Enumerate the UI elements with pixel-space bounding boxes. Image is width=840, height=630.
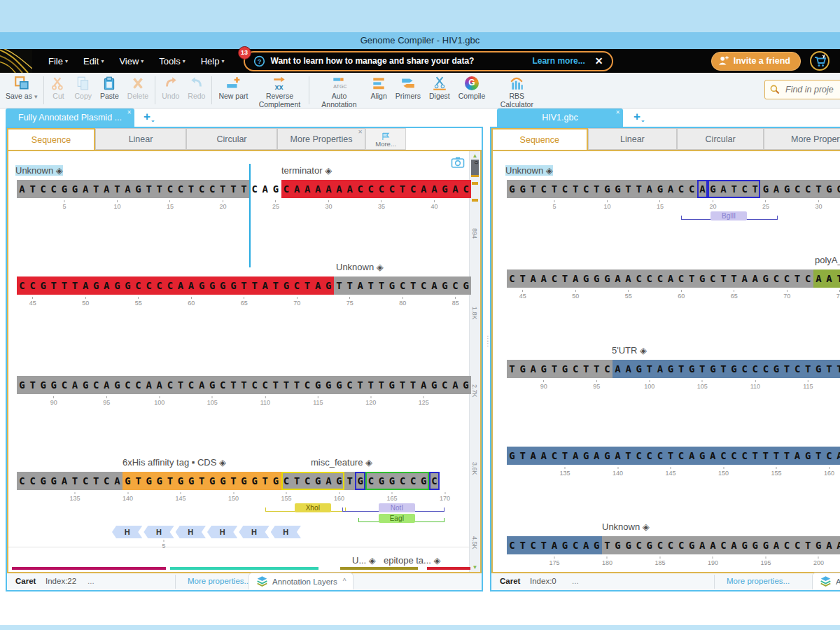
notification-close-icon[interactable]: ✕ [595, 55, 603, 66]
annotation-label[interactable]: 6xHis affinity tag ▪ CDS ◈ [122, 457, 226, 468]
annotation-label[interactable]: misc_feature ◈ [311, 457, 372, 468]
sequence-segment[interactable]: C [429, 472, 440, 490]
sequence-segment[interactable]: CTAACTAGGGAACCCACTGCTTAAGCCTC [507, 270, 813, 288]
toolbar-new-part-button[interactable]: New part [214, 73, 252, 108]
sequence-segment[interactable]: CAG [249, 180, 281, 198]
annotation-label[interactable]: polyA_ [815, 255, 840, 265]
enzyme-site-label[interactable]: BglII [710, 211, 747, 220]
toolbar-primers-button[interactable]: Primers [391, 73, 425, 108]
sequence-segment[interactable]: TGGCGCCCGAACAGGGACCTGAA [602, 536, 840, 554]
close-tab-icon[interactable]: ✕ [615, 109, 620, 115]
annotation-layers-button[interactable]: Annotation Layers^ [248, 573, 354, 589]
menu-help[interactable]: Help▾ [193, 56, 232, 66]
toolbar-save-as-button[interactable]: Save as▾ [1, 73, 41, 108]
translation-residue[interactable]: H [176, 526, 206, 538]
sequence-view-right[interactable]: Unknown ◈GGTCTCTCTGGTTAGACCAGATCTGAGCCTG… [491, 150, 840, 573]
annotation-label[interactable]: Unknown ◈ [336, 262, 384, 272]
sequence-segment[interactable]: ATCCGGATATAGTTCCTCCTTT [17, 180, 249, 198]
toolbar-auto-annotation-button[interactable]: ATGCAuto Annotation [312, 73, 366, 108]
sequence-segment[interactable]: TTATTGCTCAGCG [334, 276, 471, 295]
tab-more-properties[interactable]: More Properties✕ [277, 128, 365, 150]
toolbar-align-button[interactable]: Align [366, 73, 391, 108]
tab-more[interactable]: More... [365, 128, 406, 150]
window-title: Genome Compiler - HIV1.gbc [0, 32, 840, 49]
caret-label: Caret [15, 577, 36, 585]
enzyme-site-label[interactable]: EagI [379, 514, 415, 523]
tab-circular[interactable]: Circular [677, 128, 764, 150]
sequence-segment[interactable]: GAGCCTGG [760, 180, 840, 198]
sequence-segment[interactable]: T [344, 472, 355, 490]
tab-linear[interactable]: Linear [588, 128, 678, 150]
search-input[interactable] [784, 84, 840, 95]
close-tab-icon[interactable]: ✕ [127, 109, 132, 115]
vertical-scrollbar[interactable]: ▲08941.8K2.7K3.6K4.5K▼ [469, 151, 480, 572]
menu-view[interactable]: View▾ [111, 56, 151, 66]
annotation-label[interactable]: 5'UTR ◈ [612, 345, 647, 356]
more-properties-link[interactable]: More properties... [727, 577, 790, 585]
annotation-label[interactable]: Unknown ◈ [15, 165, 63, 176]
learn-more-link[interactable]: Learn more... [504, 56, 584, 66]
sequence-segment[interactable]: CGGCCG [365, 472, 429, 490]
close-tab-icon[interactable]: ✕ [358, 129, 363, 135]
translation-residue[interactable]: H [207, 526, 237, 538]
sequence-segment[interactable]: CTCGAG [281, 472, 345, 490]
new-tab-button-left[interactable]: +⌄ [144, 111, 155, 126]
tab-more-properties[interactable]: More Properties✕ [764, 128, 840, 150]
sequence-segment[interactable]: G [355, 472, 365, 490]
auto-annotation-icon: ATGC [331, 76, 346, 91]
translation-residue[interactable]: H [144, 526, 174, 538]
sequence-segment[interactable]: TGAGTGCTTC [507, 360, 612, 378]
toolbar-rbs-calculator-button[interactable]: RBS Calculator [489, 73, 544, 108]
annotation-layers-button[interactable]: Annotation Layers^ [812, 573, 840, 589]
tab-linear[interactable]: Linear [95, 128, 186, 150]
scroll-down-icon[interactable]: ▼ [470, 564, 480, 570]
sequence-segment[interactable]: A [697, 180, 708, 198]
sequence-segment[interactable]: GTGGTGGTGGTGGTG [122, 472, 281, 490]
sequence-view-left[interactable]: ▲08941.8K2.7K3.6K4.5K▼ Unknown ◈terminat… [7, 150, 482, 573]
tab-sequence[interactable]: Sequence [491, 128, 588, 150]
sequence-segment[interactable]: CCGGATCTCA [17, 472, 122, 490]
menu-edit[interactable]: Edit▾ [76, 56, 111, 66]
annotation-label[interactable]: Unknown ◈ [505, 165, 553, 176]
scrollbar-thumb[interactable]: 0 [471, 160, 479, 177]
scroll-up-icon[interactable]: ▲ [470, 153, 480, 159]
toolbar-reverse-complement-button[interactable]: xxReverse Complement [252, 73, 307, 108]
tab-circular[interactable]: Circular [186, 128, 277, 150]
more-properties-link[interactable]: More properties... [188, 577, 251, 585]
sequence-segment[interactable]: AAGTAGTGTGTGCCCGTCTGTT [612, 360, 840, 378]
toolbar-paste-button[interactable]: Paste [96, 73, 123, 108]
tab-sequence[interactable]: Sequence [7, 128, 95, 150]
sequence-segment[interactable]: AAT [813, 270, 840, 288]
sequence-segment[interactable]: CAAAAAACCCCTCAAGAC [281, 180, 472, 198]
translation-residue[interactable]: H [239, 526, 269, 538]
annotation-label[interactable]: terminator ◈ [281, 165, 332, 176]
new-tab-button-right[interactable]: +⌄ [634, 111, 645, 126]
sequence-segment[interactable]: GTGGCAGCAGCCAACTCAGCTTCCTTTCGGGCTTTGTTAG… [17, 376, 471, 394]
sequence-segment[interactable]: GGTCTCTCTGGTTAGACC [507, 180, 697, 198]
snapshot-camera-icon[interactable] [451, 155, 465, 168]
translation-residue[interactable]: H [112, 526, 142, 538]
toolbar-compile-button[interactable]: GCompile [454, 73, 490, 108]
menu-file[interactable]: File▾ [41, 56, 76, 66]
annotation-label[interactable]: epitope ta... ◈ [384, 555, 441, 566]
sequence-segment[interactable]: GTAACTAGAGATCCCTCAGACCCTTTTAGTCA [507, 447, 840, 465]
menu-tools[interactable]: Tools▾ [151, 56, 192, 66]
ruler-tick: 150 [718, 467, 729, 477]
sequence-segment[interactable]: CCGTTTAGAGGCCCCAAGGGGTTATGCTAG [17, 276, 334, 295]
shopping-cart-icon[interactable] [809, 50, 830, 71]
sequence-segment[interactable]: GATCT [708, 180, 761, 198]
enzyme-site-label[interactable]: NotI [379, 503, 415, 512]
question-circle-icon: ? [253, 55, 265, 67]
invite-a-friend-button[interactable]: Invite a friend [711, 52, 801, 71]
doc-tab-fully-annotated-plasmid[interactable]: Fully Annotated Plasmid ...✕ [6, 108, 134, 127]
annotation-label[interactable]: Unknown ◈ [602, 522, 650, 532]
sequence-segment[interactable]: CTCTAGCAG [507, 536, 602, 554]
panel-splitter-handle[interactable]: ⋮⋮ [484, 336, 487, 351]
toolbar-delete-button: Delete [123, 73, 153, 108]
toolbar-digest-button[interactable]: Digest [425, 73, 454, 108]
doc-tab-hiv1[interactable]: HIV1.gbc✕ [497, 108, 623, 127]
find-in-project-search[interactable] [764, 80, 840, 99]
annotation-label[interactable]: U... ◈ [352, 555, 376, 566]
enzyme-site-label[interactable]: XhoI [295, 503, 331, 512]
translation-residue[interactable]: H [271, 526, 301, 538]
